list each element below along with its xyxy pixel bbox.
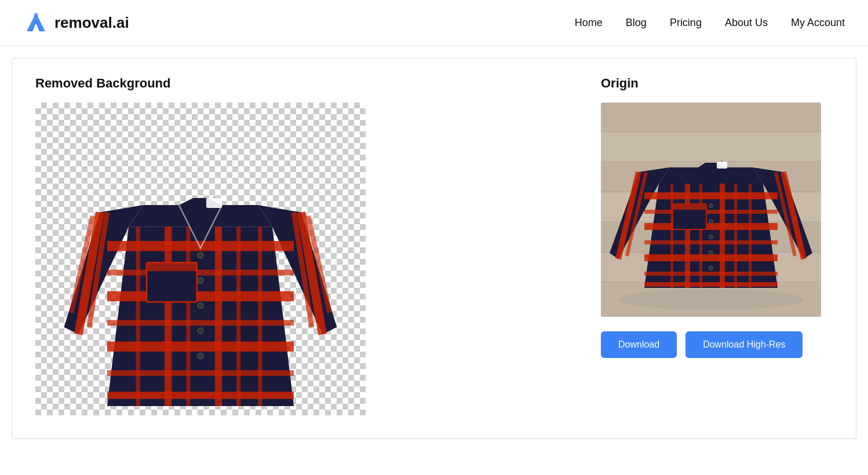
svg-rect-13 — [258, 226, 262, 406]
svg-point-18 — [198, 303, 203, 309]
svg-rect-44 — [644, 282, 778, 287]
nav-home[interactable]: Home — [575, 17, 603, 29]
svg-rect-8 — [165, 226, 172, 406]
svg-rect-9 — [186, 226, 190, 406]
button-row: Download Download High-Res — [601, 331, 833, 358]
svg-point-54 — [709, 220, 713, 224]
svg-point-56 — [709, 251, 713, 255]
checkered-canvas — [35, 103, 366, 415]
removed-bg-title: Removed Background — [35, 76, 566, 91]
svg-rect-49 — [670, 184, 673, 288]
svg-point-57 — [709, 266, 713, 271]
svg-point-20 — [198, 353, 203, 359]
svg-rect-50 — [749, 184, 752, 288]
svg-rect-6 — [107, 370, 294, 376]
svg-rect-42 — [644, 254, 778, 261]
right-panel: Origin — [601, 76, 833, 415]
main-content: Removed Background — [12, 58, 856, 439]
svg-point-19 — [198, 328, 203, 334]
svg-rect-15 — [147, 262, 197, 271]
svg-rect-5 — [107, 342, 294, 352]
svg-rect-48 — [734, 184, 737, 288]
download-button[interactable]: Download — [601, 331, 677, 358]
svg-rect-3 — [107, 291, 294, 301]
nav-blog[interactable]: Blog — [626, 17, 647, 29]
left-panel: Removed Background — [35, 76, 566, 415]
svg-point-0 — [34, 13, 38, 17]
origin-title: Origin — [601, 76, 833, 91]
svg-rect-52 — [673, 204, 706, 210]
svg-rect-47 — [720, 184, 725, 288]
svg-rect-39 — [644, 210, 778, 214]
svg-rect-43 — [644, 272, 778, 276]
header: removal.ai Home Blog Pricing About Us My… — [0, 0, 868, 46]
nav-pricing[interactable]: Pricing — [670, 17, 702, 29]
nav-about[interactable]: About Us — [725, 17, 768, 29]
main-nav: Home Blog Pricing About Us My Account — [575, 17, 845, 29]
svg-rect-46 — [699, 184, 702, 288]
origin-image-container — [601, 103, 821, 317]
svg-point-16 — [198, 253, 203, 258]
svg-rect-58 — [717, 162, 727, 169]
svg-rect-2 — [107, 270, 294, 276]
logo-icon — [23, 10, 49, 36]
svg-rect-41 — [644, 240, 778, 244]
logo-text: removal.ai — [54, 14, 129, 32]
svg-rect-21 — [206, 198, 222, 208]
svg-rect-40 — [644, 223, 778, 230]
download-highres-button[interactable]: Download High-Res — [685, 331, 803, 358]
removed-shirt-image — [35, 103, 366, 415]
svg-rect-10 — [215, 226, 222, 406]
svg-point-53 — [709, 204, 713, 208]
svg-rect-25 — [601, 133, 821, 162]
svg-rect-4 — [107, 320, 294, 326]
logo-link[interactable]: removal.ai — [23, 10, 129, 36]
svg-point-37 — [618, 289, 804, 310]
svg-point-55 — [709, 235, 713, 239]
nav-account[interactable]: My Account — [791, 17, 845, 29]
svg-rect-7 — [107, 392, 294, 399]
svg-rect-38 — [644, 192, 778, 199]
origin-image-inner — [601, 103, 821, 317]
svg-rect-45 — [685, 184, 690, 288]
svg-rect-12 — [136, 226, 140, 406]
svg-rect-11 — [236, 226, 240, 406]
origin-shirt-image — [601, 103, 821, 317]
svg-rect-24 — [601, 103, 821, 131]
svg-point-17 — [198, 277, 203, 283]
